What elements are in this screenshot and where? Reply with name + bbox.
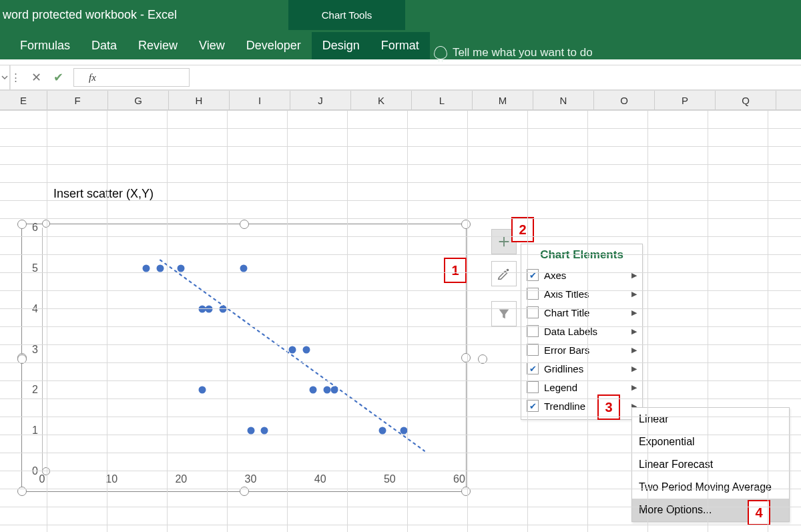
col-H[interactable]: H — [169, 91, 230, 109]
data-point[interactable] — [198, 386, 206, 394]
plot-handle-s[interactable] — [42, 467, 50, 475]
submenu-arrow-icon[interactable]: ▶ — [631, 308, 637, 317]
data-point[interactable] — [261, 427, 268, 435]
submenu-arrow-icon[interactable]: ▶ — [631, 364, 637, 373]
resize-handle-n[interactable] — [240, 220, 249, 229]
chart-styles-button[interactable] — [491, 261, 517, 286]
chart-element-label: Data Labels — [544, 326, 597, 337]
trendline-option-linear-forecast[interactable]: Linear Forecast — [632, 453, 789, 476]
resize-handle-nw[interactable] — [17, 220, 27, 229]
chart-elements-flyout: Chart Elements Axes▶Axis Titles▶Chart Ti… — [521, 244, 643, 420]
insert-function-button[interactable]: fx — [73, 68, 190, 87]
fx-label: fx — [89, 72, 96, 83]
tab-format[interactable]: Format — [370, 32, 430, 59]
data-point[interactable] — [324, 386, 331, 394]
col-M[interactable]: M — [473, 91, 533, 109]
col-K[interactable]: K — [351, 91, 412, 109]
checkbox-icon[interactable] — [527, 400, 539, 412]
data-point[interactable] — [289, 346, 296, 353]
checkbox-icon[interactable] — [527, 269, 539, 281]
enter-icon[interactable]: ✔ — [53, 70, 63, 85]
name-box-dropdown[interactable] — [0, 65, 10, 89]
window-title: word protected workbook - Excel — [3, 8, 177, 22]
svg-line-2 — [160, 260, 425, 451]
resize-handle-ne[interactable] — [461, 220, 471, 229]
chart-x-axis: 0102030405060 — [42, 472, 459, 485]
tab-review[interactable]: Review — [127, 32, 188, 59]
col-P[interactable]: P — [655, 91, 716, 109]
tab-view[interactable]: View — [188, 32, 236, 59]
data-point[interactable] — [178, 264, 185, 272]
svg-point-3 — [507, 269, 509, 272]
formula-bar-buttons: ✕ ✔ — [25, 70, 69, 85]
trendline-option-linear[interactable]: Linear — [632, 408, 789, 431]
title-bar: word protected workbook - Excel Chart To… — [0, 0, 801, 30]
col-Q[interactable]: Q — [716, 91, 776, 109]
cancel-icon[interactable]: ✕ — [31, 70, 41, 85]
x-tick: 60 — [453, 473, 465, 485]
callout-2: 2 — [511, 217, 534, 242]
data-point[interactable] — [400, 427, 407, 435]
submenu-arrow-icon[interactable]: ▶ — [631, 383, 637, 392]
chart-element-item-axis-titles[interactable]: Axis Titles▶ — [527, 284, 637, 303]
col-J[interactable]: J — [290, 91, 351, 109]
data-point[interactable] — [330, 386, 338, 394]
x-tick: 40 — [314, 473, 326, 485]
col-G[interactable]: G — [108, 91, 169, 109]
col-L[interactable]: L — [412, 91, 473, 109]
contextual-tab-chart-tools: Chart Tools — [288, 0, 405, 30]
checkbox-icon[interactable] — [527, 344, 539, 356]
chart-element-item-data-labels[interactable]: Data Labels▶ — [527, 322, 637, 340]
tab-data[interactable]: Data — [81, 32, 127, 59]
data-point[interactable] — [310, 386, 317, 394]
data-point[interactable] — [302, 346, 310, 353]
y-tick: 2 — [22, 384, 41, 396]
checkbox-icon[interactable] — [527, 381, 539, 393]
checkbox-icon[interactable] — [527, 362, 539, 374]
col-O[interactable]: O — [594, 91, 655, 109]
flyout-title: Chart Elements — [527, 248, 637, 262]
worksheet-grid[interactable]: Insert scatter (X,Y) 0123456 01020304050… — [0, 110, 801, 532]
chart-object[interactable]: 0123456 0102030405060 — [21, 224, 467, 492]
callout-4: 4 — [748, 500, 770, 525]
col-E[interactable]: E — [0, 91, 47, 109]
tab-design[interactable]: Design — [312, 32, 370, 59]
col-F[interactable]: F — [47, 91, 108, 109]
ribbon-tabs: Formulas Data Review View Developer Desi… — [0, 30, 801, 59]
x-tick: 20 — [175, 473, 187, 485]
chart-element-label: Axes — [544, 270, 566, 281]
lightbulb-icon — [434, 46, 447, 59]
submenu-arrow-icon[interactable]: ▶ — [631, 327, 637, 336]
data-point[interactable] — [157, 264, 164, 272]
chart-element-label: Legend — [544, 382, 577, 393]
checkbox-icon[interactable] — [527, 288, 539, 300]
formula-bar: ⋮ ✕ ✔ fx — [0, 65, 801, 90]
cell-F-text: Insert scatter (X,Y) — [53, 187, 154, 201]
x-tick: 30 — [245, 473, 257, 485]
tab-developer[interactable]: Developer — [236, 32, 312, 59]
tell-me-search[interactable]: Tell me what you want to do — [434, 46, 593, 59]
column-headers: E F G H I J K L M N O P Q — [0, 90, 801, 110]
x-tick: 50 — [384, 473, 396, 485]
chart-filters-button[interactable] — [491, 301, 517, 326]
data-point[interactable] — [240, 264, 248, 272]
callout-1: 1 — [444, 258, 467, 283]
col-I[interactable]: I — [230, 91, 290, 109]
ribbon-separator — [0, 59, 801, 65]
col-N[interactable]: N — [533, 91, 594, 109]
formula-bar-split[interactable]: ⋮ — [10, 65, 20, 89]
submenu-arrow-icon[interactable]: ▶ — [631, 346, 637, 354]
chart-element-item-trendline[interactable]: Trendline▶ — [527, 396, 637, 415]
data-point[interactable] — [247, 427, 254, 435]
trendline-option-two-period-moving-average[interactable]: Two Period Moving Average — [632, 476, 789, 499]
resize-handle-e[interactable] — [461, 353, 471, 362]
chart-element-label: Trendline — [544, 401, 585, 412]
tab-formulas[interactable]: Formulas — [9, 32, 81, 59]
data-point[interactable] — [143, 264, 150, 272]
chart-element-item-error-bars[interactable]: Error Bars▶ — [527, 340, 637, 359]
chart-element-item-axes[interactable]: Axes▶ — [527, 266, 637, 284]
data-point[interactable] — [379, 427, 386, 435]
plot-handle-n[interactable] — [42, 220, 50, 228]
chart-element-item-chart-title[interactable]: Chart Title▶ — [527, 303, 637, 322]
contextual-tab-label: Chart Tools — [322, 9, 372, 21]
